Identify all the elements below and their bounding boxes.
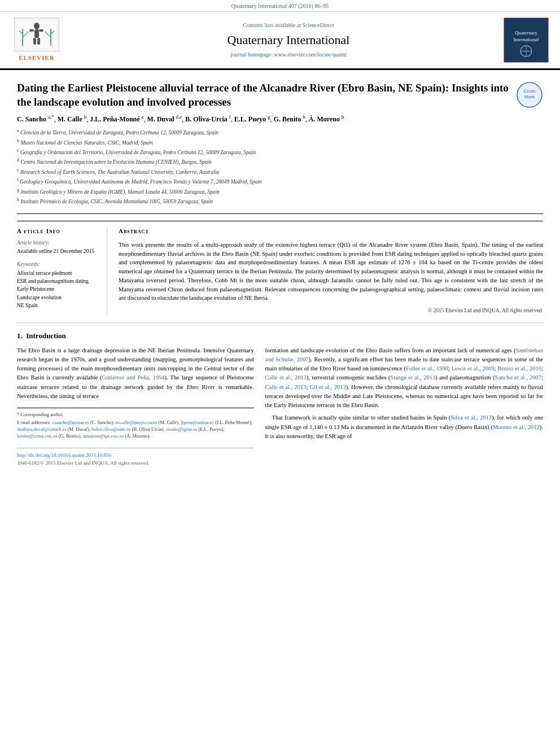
keyword-5: NE Spain bbox=[17, 302, 100, 309]
author-3: J.L. Peña-Monné c bbox=[90, 115, 143, 123]
affiliation-a: a Ciencias de la Tierra, Universidad de … bbox=[17, 128, 543, 137]
journal-reference-bar: Quaternary International 407 (2016) 86–9… bbox=[0, 0, 560, 12]
article-title: Dating the Earliest Pleistocene alluvial… bbox=[17, 81, 543, 109]
svg-rect-6 bbox=[37, 38, 40, 45]
svg-rect-2 bbox=[34, 29, 39, 38]
issn-line: 1040-6182/© 2015 Elsevier Ltd and INQUA.… bbox=[17, 460, 150, 466]
doi-link[interactable]: http://dx.doi.org/10.1016/j.quaint.2015.… bbox=[17, 452, 150, 459]
ref-moreno-2012[interactable]: Moreno et al., 2012 bbox=[493, 424, 540, 430]
intro-two-col: The Ebro Basin is a large drainage depre… bbox=[17, 346, 543, 468]
email-sancho[interactable]: csancho@unizar.es bbox=[52, 420, 89, 425]
ref-calle-2013[interactable]: Calle et al., 2013 bbox=[265, 374, 307, 381]
affiliation-h: h Instituto Pirenaico de Ecología, CSIC,… bbox=[17, 196, 543, 206]
section-heading-intro: 1. Introduction bbox=[17, 331, 543, 341]
abstract-text: This work presents the results of a mult… bbox=[119, 241, 543, 303]
author-4: M. Duval d,e bbox=[147, 115, 182, 123]
author-7: G. Benito b bbox=[274, 115, 305, 123]
journal-homepage: journal homepage: www.elsevier.com/locat… bbox=[73, 51, 504, 59]
ref-lewis-2009[interactable]: Lewis et al., 2009 bbox=[452, 365, 495, 372]
available-online-value: Available online 21 December 2015 bbox=[17, 248, 100, 255]
homepage-link[interactable]: www.elsevier.com/locate/quaint bbox=[274, 51, 347, 58]
ref-benito-2010[interactable]: Benito et al., 2010 bbox=[497, 365, 541, 372]
section-title: Introduction bbox=[26, 331, 66, 340]
main-content: Dating the Earliest Pleistocene alluvial… bbox=[0, 70, 560, 479]
keyword-3: Early Pleistocene bbox=[17, 286, 100, 293]
journal-center-info: Contents lists available at ScienceDirec… bbox=[73, 21, 504, 59]
ref-fuller-1998[interactable]: Fuller et al., 1998 bbox=[406, 365, 448, 372]
abstract-title: Abstract bbox=[119, 227, 543, 235]
keywords-section: Keywords: Alluvial terrace piedmont ESR … bbox=[17, 261, 100, 309]
author-6: E.L. Pueyo g bbox=[234, 115, 270, 123]
article-history-label: Article history: bbox=[17, 239, 100, 247]
affiliation-d: d Centro Nacional de Investigación sobre… bbox=[17, 157, 543, 166]
email-calle[interactable]: m.calle@mncn.csices bbox=[116, 420, 158, 425]
keyword-1: Alluvial terrace piedmont bbox=[17, 270, 100, 277]
affiliation-b: b Museo Nacional de Ciencias Naturales, … bbox=[17, 138, 543, 147]
abstract-section: Abstract This work presents the results … bbox=[119, 227, 543, 314]
section-divider bbox=[17, 322, 543, 323]
affiliation-g: g Instituto Geológico y Minero de España… bbox=[17, 187, 543, 196]
affiliation-e: e Research School of Earth Sciences, The… bbox=[17, 167, 543, 176]
journal-header: ELSEVIER Contents lists available at Sci… bbox=[0, 12, 560, 70]
svg-text:Quaternary: Quaternary bbox=[515, 30, 537, 36]
author-2: M. Calle b bbox=[58, 115, 87, 123]
keyword-4: Landscape evolution bbox=[17, 294, 100, 302]
footer-left: http://dx.doi.org/10.1016/j.quaint.2015.… bbox=[17, 452, 150, 467]
author-5: B. Oliva-Urcia f bbox=[185, 115, 230, 123]
section-number: 1. bbox=[17, 331, 23, 340]
author-1: C. Sancho a,* bbox=[17, 115, 54, 123]
svg-text:Cross: Cross bbox=[524, 89, 536, 94]
svg-rect-5 bbox=[33, 38, 36, 45]
journal-ref-text: Quaternary International 407 (2016) 86–9… bbox=[231, 3, 329, 9]
journal-title: Quaternary International bbox=[73, 32, 504, 49]
article-info-panel: A rticle Info Article history: Available… bbox=[17, 227, 107, 314]
journal-logo-right: Quaternary International bbox=[504, 18, 549, 63]
svg-text:International: International bbox=[514, 37, 539, 42]
affiliations: a Ciencias de la Tierra, Universidad de … bbox=[17, 128, 543, 206]
article-body: A rticle Info Article history: Available… bbox=[17, 221, 543, 314]
page-wrapper: Quaternary International 407 (2016) 86–9… bbox=[0, 0, 560, 479]
keywords-label: Keywords: bbox=[17, 261, 100, 268]
article-title-section: Dating the Earliest Pleistocene alluvial… bbox=[17, 76, 543, 214]
footer-bar: http://dx.doi.org/10.1016/j.quaint.2015.… bbox=[17, 448, 254, 468]
ref-calle-2013b[interactable]: Calle et al., 2013 bbox=[265, 384, 307, 390]
ref-gutierrez-pena[interactable]: Gutiérrez and Peña, 1994 bbox=[102, 374, 165, 381]
footnote-emails: E-mail addresses: csancho@unizar.es (C. … bbox=[17, 420, 254, 440]
footnotes: * Corresponding author. E-mail addresses… bbox=[17, 408, 254, 440]
elsevier-wordmark: ELSEVIER bbox=[19, 54, 55, 62]
ref-santisteban-schulte[interactable]: Santisteban and Schulte, 2007 bbox=[265, 347, 543, 362]
elsevier-logo: ELSEVIER bbox=[11, 18, 62, 62]
elsevier-tree-logo bbox=[14, 18, 59, 51]
intro-left-col: The Ebro Basin is a large drainage depre… bbox=[17, 346, 254, 468]
science-direct-link[interactable]: ScienceDirect bbox=[302, 22, 334, 28]
email-benito[interactable]: benito@ccma.csic.es bbox=[17, 433, 58, 439]
keyword-2: ESR and palaeomagnitism dating bbox=[17, 278, 100, 285]
ref-silva-2013[interactable]: Silva et al., 2013 bbox=[450, 414, 492, 421]
intro-left-text: The Ebro Basin is a large drainage depre… bbox=[17, 346, 254, 401]
intro-right-col: formation and landscape evolution of the… bbox=[265, 346, 543, 468]
author-8: Á. Moreno h bbox=[309, 115, 344, 123]
footnote-corresponding: * Corresponding author. bbox=[17, 412, 254, 418]
authors-section: C. Sancho a,*, M. Calle b, J.L. Peña-Mon… bbox=[17, 113, 543, 124]
svg-rect-4 bbox=[39, 29, 43, 32]
svg-rect-3 bbox=[29, 29, 34, 32]
affiliation-c: c Geografía y Ordenación del Territorio,… bbox=[17, 147, 543, 156]
svg-point-1 bbox=[34, 23, 40, 29]
email-moreno[interactable]: amoreno@ipe.csic.es bbox=[83, 433, 124, 439]
email-duval[interactable]: mathieu.duval@cenieh.es bbox=[17, 426, 67, 432]
copyright-line: © 2015 Elsevier Ltd and INQUA. All right… bbox=[119, 307, 543, 314]
intro-right-text: formation and landscape evolution of the… bbox=[265, 346, 543, 442]
email-pueyo[interactable]: unaim@igme.es bbox=[166, 426, 197, 432]
email-pena[interactable]: jlpena@unizar.es bbox=[181, 420, 214, 425]
science-direct-text: Contents lists available at ScienceDirec… bbox=[73, 21, 504, 29]
article-info-title: A rticle Info bbox=[17, 227, 100, 235]
ref-sancho-2007[interactable]: Sancho et al., 2007 bbox=[495, 374, 541, 381]
email-oliva[interactable]: belen.oliva@uam.es bbox=[91, 426, 130, 432]
svg-text:Mark: Mark bbox=[524, 94, 535, 99]
crossmark-badge[interactable]: Cross Mark bbox=[516, 81, 543, 108]
ref-gil-2013[interactable]: Gil et al., 2013 bbox=[310, 384, 346, 390]
ref-stange-2013[interactable]: Stange et al., 2013 bbox=[390, 374, 435, 381]
affiliation-f: f Geología y Geoquímica, Universidad Aut… bbox=[17, 177, 543, 186]
